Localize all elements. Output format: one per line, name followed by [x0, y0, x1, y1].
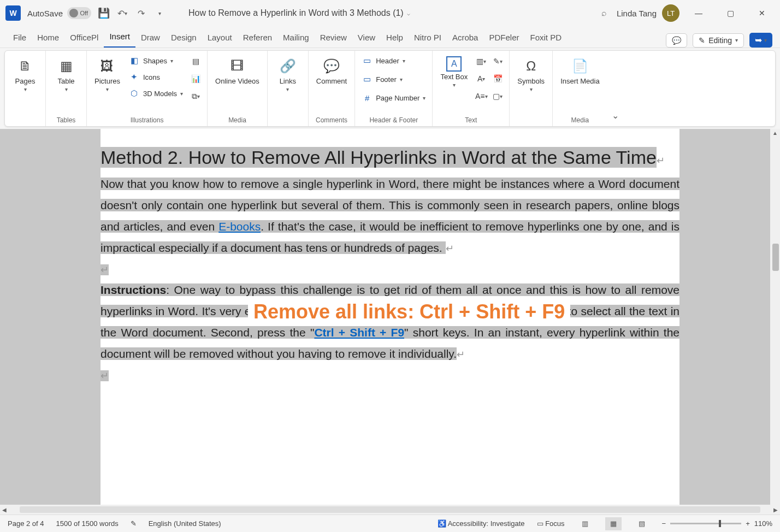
group-pages: 🗎Pages▾	[5, 51, 46, 126]
pictures-button[interactable]: 🖼Pictures▾	[91, 54, 123, 94]
comment-button[interactable]: 💬Comment	[313, 54, 350, 87]
group-label-comments: Comments	[316, 115, 347, 125]
web-layout-icon[interactable]: ▧	[634, 517, 650, 530]
video-icon: 🎞	[227, 56, 247, 76]
scrollbar-thumb[interactable]	[772, 244, 779, 271]
wordart-icon[interactable]: A▾	[474, 72, 488, 86]
header-button[interactable]: ▭Header▾	[359, 54, 428, 67]
heading-2[interactable]: Method 2. How to Remove All Hyperlinks i…	[101, 147, 657, 168]
document-area[interactable]: Method 2. How to Remove All Hyperlinks i…	[0, 129, 780, 505]
save-icon[interactable]: 💾	[98, 7, 110, 19]
pages-button[interactable]: 🗎Pages▾	[9, 54, 41, 94]
paragraph-1[interactable]: Now that you know how to remove a single…	[101, 174, 679, 258]
links-button[interactable]: 🔗Links▾	[272, 54, 304, 94]
undo-icon[interactable]: ↶▾	[116, 7, 128, 19]
tab-pdfeler[interactable]: PDFeler	[483, 28, 524, 48]
redo-icon[interactable]: ↷	[135, 7, 147, 19]
tab-design[interactable]: Design	[166, 28, 202, 48]
online-videos-button[interactable]: 🎞Online Videos	[212, 54, 263, 87]
chevron-down-icon: ⌵	[407, 10, 410, 16]
read-mode-icon[interactable]: ▥	[577, 517, 593, 530]
horizontal-scrollbar[interactable]: ◀ ▶	[0, 505, 780, 515]
signature-icon[interactable]: ✎▾	[491, 54, 505, 68]
tab-insert[interactable]: Insert	[104, 27, 135, 48]
print-layout-icon[interactable]: ▦	[605, 517, 622, 530]
drop-cap-icon[interactable]: A≡▾	[474, 89, 488, 103]
accessibility-indicator[interactable]: ♿ Accessibility: Investigate	[438, 519, 525, 528]
spelling-icon[interactable]: ✎	[131, 519, 137, 528]
header-icon: ▭	[362, 55, 373, 66]
date-time-icon[interactable]: 📅	[491, 72, 505, 86]
group-tables: ▦Table▾ Tables	[46, 51, 87, 126]
tab-acrobat[interactable]: Acroba	[447, 28, 484, 48]
group-links: 🔗Links▾	[268, 51, 309, 126]
tab-file[interactable]: File	[8, 28, 32, 48]
focus-mode[interactable]: ▭ Focus	[537, 519, 565, 528]
tab-nitro[interactable]: Nitro PI	[409, 28, 447, 48]
group-insert-media: 📄Insert Media Media	[553, 51, 607, 126]
avatar: LT	[662, 4, 679, 22]
user-account[interactable]: Linda Tang LT	[617, 4, 679, 22]
status-bar: Page 2 of 4 1500 of 1500 words ✎ English…	[0, 515, 780, 532]
tab-layout[interactable]: Layout	[202, 28, 238, 48]
link-icon: 🔗	[278, 56, 298, 76]
object-icon[interactable]: ▢▾	[491, 89, 505, 103]
tab-view[interactable]: View	[352, 28, 381, 48]
autosave-label: AutoSave	[27, 9, 63, 18]
scroll-up-icon[interactable]: ▲	[771, 129, 779, 137]
table-button[interactable]: ▦Table▾	[50, 54, 82, 94]
tab-home[interactable]: Home	[32, 28, 64, 48]
group-label-illustrations: Illustrations	[131, 115, 164, 125]
vertical-scrollbar[interactable]: ▲	[770, 129, 780, 505]
tab-foxit[interactable]: Foxit PD	[524, 28, 567, 48]
scroll-left-icon[interactable]: ◀	[0, 507, 9, 513]
link-ebooks[interactable]: E-books	[218, 220, 261, 233]
tab-officeplus[interactable]: OfficePl	[64, 28, 104, 48]
zoom-out-icon[interactable]: −	[662, 519, 666, 528]
tab-mailings[interactable]: Mailing	[277, 28, 315, 48]
footer-button[interactable]: ▭Footer▾	[359, 73, 428, 86]
text-box-button[interactable]: AText Box▾	[437, 54, 471, 90]
smartart-icon[interactable]: ▤	[188, 54, 203, 68]
toggle-switch[interactable]: Off	[67, 7, 91, 19]
insert-media-button[interactable]: 📄Insert Media	[557, 54, 603, 87]
tab-references[interactable]: Referen	[238, 28, 277, 48]
group-comments: 💬Comment Comments	[309, 51, 355, 126]
group-illustrations: 🖼Pictures▾ ◧Shapes▾ ✦Icons ⬡3D Models▾ ▤…	[87, 51, 208, 126]
chart-icon[interactable]: 📊	[188, 72, 203, 86]
minimize-button[interactable]: —	[686, 4, 711, 22]
customize-qat-icon[interactable]: ▾	[153, 7, 166, 19]
screenshot-icon[interactable]: ⧉▾	[188, 89, 203, 103]
maximize-button[interactable]: ▢	[718, 4, 743, 22]
symbols-button[interactable]: ΩSymbols▾	[514, 54, 548, 94]
comments-button[interactable]: 💬	[666, 33, 687, 48]
scroll-right-icon[interactable]: ▶	[771, 507, 780, 513]
document-title[interactable]: How to Remove a Hyperlink in Word with 3…	[188, 8, 410, 18]
zoom-slider[interactable]	[670, 523, 741, 524]
horizontal-scroll-track[interactable]	[20, 506, 760, 513]
autosave-toggle[interactable]: AutoSave Off	[27, 7, 91, 19]
link-ctrl-shift-f9[interactable]: Ctrl + Shift + F9	[314, 326, 404, 339]
zoom-slider-thumb[interactable]	[719, 520, 721, 527]
search-icon[interactable]: ⌕	[598, 7, 610, 19]
tab-review[interactable]: Review	[315, 28, 352, 48]
word-app-icon: W	[5, 5, 21, 21]
shapes-button[interactable]: ◧Shapes▾	[127, 54, 185, 67]
close-button[interactable]: ✕	[749, 4, 775, 22]
zoom-control[interactable]: − + 110%	[662, 519, 772, 528]
page-number-button[interactable]: #Page Number▾	[359, 91, 428, 104]
language-indicator[interactable]: English (United States)	[149, 519, 221, 528]
collapse-ribbon-icon[interactable]: ⌄	[607, 51, 624, 126]
tab-draw[interactable]: Draw	[135, 28, 166, 48]
word-count[interactable]: 1500 of 1500 words	[56, 519, 119, 528]
comment-icon: 💬	[322, 56, 341, 76]
zoom-level[interactable]: 110%	[754, 519, 772, 528]
quick-parts-icon[interactable]: ▥▾	[474, 54, 488, 68]
tab-help[interactable]: Help	[381, 28, 409, 48]
zoom-in-icon[interactable]: +	[746, 519, 750, 528]
3d-models-button[interactable]: ⬡3D Models▾	[127, 87, 185, 100]
share-button[interactable]: ➥ ▾	[749, 33, 772, 48]
page-indicator[interactable]: Page 2 of 4	[8, 519, 44, 528]
editing-mode-button[interactable]: ✎ Editing ▾	[693, 33, 744, 48]
icons-button[interactable]: ✦Icons	[127, 70, 185, 84]
